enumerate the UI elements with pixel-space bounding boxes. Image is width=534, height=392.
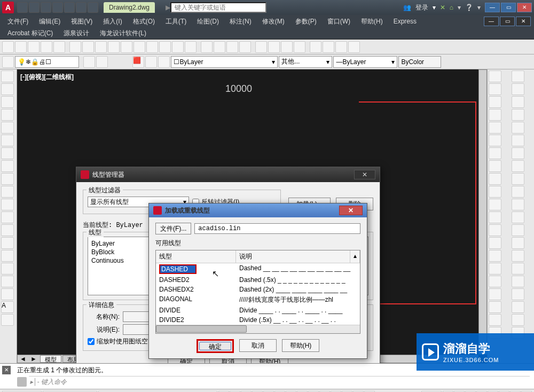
l-block-icon[interactable] <box>1 224 14 236</box>
move-icon[interactable] <box>69 41 81 53</box>
menu-express[interactable]: Express <box>389 17 421 26</box>
file-button[interactable]: 文件(F)... <box>155 223 191 234</box>
zoomwin-icon[interactable] <box>226 41 238 53</box>
r-tool5-icon[interactable] <box>512 122 524 134</box>
qat-save-icon[interactable] <box>41 2 51 13</box>
qat-print-icon[interactable] <box>64 2 75 13</box>
polyline-icon[interactable] <box>15 41 27 53</box>
l-circle-icon[interactable] <box>1 147 14 159</box>
doc-close[interactable]: ✕ <box>516 17 531 26</box>
props-icon[interactable] <box>255 41 267 53</box>
circle-icon[interactable] <box>28 41 40 53</box>
menu-dimension[interactable]: 标注(N) <box>225 16 256 27</box>
qat-redo-icon[interactable] <box>88 2 98 13</box>
r-dim3-icon[interactable] <box>489 288 501 300</box>
r-mirror-icon[interactable] <box>489 96 501 108</box>
r-dim7-icon[interactable] <box>489 314 501 326</box>
line-icon[interactable] <box>2 41 14 53</box>
r-rotate-icon[interactable] <box>489 147 501 159</box>
menu-hailong[interactable]: 海龙设计软件(L) <box>96 28 151 39</box>
r-offset-icon[interactable] <box>489 109 501 121</box>
tab-model[interactable]: 模型 <box>40 355 61 363</box>
r-tool3-icon[interactable] <box>512 96 524 108</box>
r-tool6-icon[interactable] <box>512 135 524 146</box>
menu-draw[interactable]: 绘图(D) <box>193 16 223 27</box>
pan-icon[interactable] <box>201 41 213 53</box>
r-tool10-icon[interactable] <box>512 186 524 198</box>
r-tool8-icon[interactable] <box>512 160 524 172</box>
cmd-close-button[interactable]: ✕ <box>2 366 11 374</box>
mirror-icon[interactable] <box>108 41 120 53</box>
rect-icon[interactable] <box>53 41 65 53</box>
r-dim1-icon[interactable] <box>489 276 501 287</box>
r-tool14-icon[interactable] <box>512 237 524 249</box>
menu-insert[interactable]: 插入(I) <box>99 16 126 27</box>
lineweight-btn[interactable] <box>158 56 170 68</box>
other-combo[interactable]: 其他...▾ <box>279 56 332 68</box>
col-desc-header[interactable]: 说明 <box>236 250 350 263</box>
r-tool-icon[interactable] <box>512 70 524 82</box>
menu-modify[interactable]: 修改(M) <box>258 16 289 27</box>
r-tool7-icon[interactable] <box>512 147 524 159</box>
r-scale-icon[interactable] <box>489 160 501 172</box>
menu-parametric[interactable]: 参数(P) <box>291 16 321 27</box>
linetype-row[interactable]: DASHEDX2Dashed (2x) ____ ____ ____ ____ … <box>156 285 360 294</box>
l-region-icon[interactable] <box>1 276 14 287</box>
qat-open-icon[interactable] <box>29 2 40 13</box>
search-people-icon[interactable]: 👥 <box>403 4 411 11</box>
r-move-icon[interactable] <box>489 135 501 146</box>
l-xline-icon[interactable] <box>1 83 14 95</box>
menu-format[interactable]: 格式(O) <box>129 16 159 27</box>
linetype-row[interactable]: DASHED2Dashed (.5x) _ _ _ _ _ _ _ _ _ _ … <box>156 275 360 285</box>
doc-restore[interactable]: ▭ <box>500 17 515 26</box>
trim-icon[interactable] <box>134 41 145 53</box>
r-dim6-icon[interactable] <box>512 301 524 313</box>
r-dim2-icon[interactable] <box>512 276 524 287</box>
l-revcloud-icon[interactable] <box>1 160 14 172</box>
r-tool9-icon[interactable] <box>512 173 524 185</box>
array-icon[interactable] <box>185 41 197 53</box>
layer-combo[interactable]: ☐ ByLayer▾ <box>171 56 278 68</box>
l-addsel-icon[interactable] <box>1 314 14 326</box>
l-point-icon[interactable] <box>1 237 14 249</box>
layeriso-icon[interactable] <box>310 41 321 53</box>
l-arc-icon[interactable] <box>1 135 14 146</box>
rotate-icon[interactable] <box>95 41 107 53</box>
r-tool4-icon[interactable] <box>512 109 524 121</box>
l-pline-icon[interactable] <box>1 96 14 108</box>
r-fillet-icon[interactable] <box>489 250 501 262</box>
app-icon[interactable]: A <box>2 2 14 13</box>
viewport-label[interactable]: [-][俯视][二维线框] <box>20 73 74 82</box>
layeroff-icon[interactable] <box>323 41 334 53</box>
dlg1-titlebar[interactable]: 线型管理器 ✕ <box>76 167 380 182</box>
layer-state-combo[interactable]: 💡❄🔒🖨☐ <box>15 56 79 68</box>
exchange-icon[interactable]: ✕ <box>440 4 445 11</box>
r-tool2-icon[interactable] <box>512 83 524 95</box>
qat-saveas-icon[interactable] <box>52 2 63 13</box>
dlg2-help-button[interactable]: 帮助(H) <box>282 339 320 352</box>
r-tool15-icon[interactable] <box>512 250 524 262</box>
app-icon-2[interactable]: ⌂ <box>450 4 453 11</box>
dlg2-close-button[interactable]: ✕ <box>339 206 363 215</box>
login-button[interactable]: 登录 <box>415 3 428 12</box>
match-icon[interactable] <box>83 56 95 68</box>
r-array-icon[interactable] <box>489 122 501 134</box>
bylayer-combo[interactable]: — ByLayer▾ <box>333 56 397 68</box>
l-ellipsearc-icon[interactable] <box>1 199 14 210</box>
menu-window[interactable]: 窗口(W) <box>323 16 355 27</box>
r-stretch-icon[interactable] <box>489 173 501 185</box>
calc-icon[interactable] <box>294 41 305 53</box>
dlg2-cancel-button[interactable]: 取消 <box>239 339 277 352</box>
l-hatch-icon[interactable] <box>1 250 14 262</box>
l-rect-icon[interactable] <box>1 122 14 134</box>
offset-icon[interactable] <box>159 41 171 53</box>
dlg1-close-button[interactable]: ✕ <box>354 170 375 179</box>
l-mtext-icon[interactable]: A <box>1 301 14 313</box>
scale-icon[interactable] <box>121 41 132 53</box>
r-extend-icon[interactable] <box>489 199 501 210</box>
linetype-row[interactable]: DIVIDE2Divide (.5x) __ . . __ . . __ . .… <box>156 315 360 325</box>
r-erase-icon[interactable] <box>489 70 501 82</box>
search-input[interactable] <box>170 2 266 13</box>
dlg2-ok-button[interactable]: 确定 <box>197 339 234 353</box>
menu-acrobat[interactable]: Acrobat 标记(C) <box>3 28 57 39</box>
